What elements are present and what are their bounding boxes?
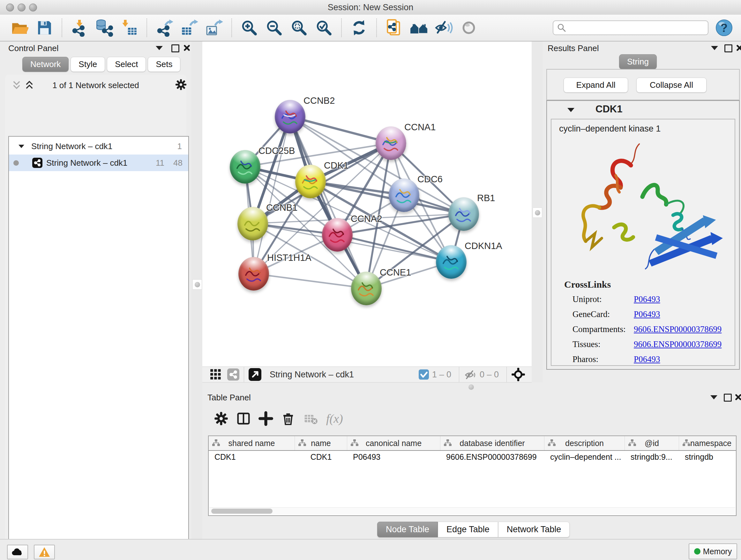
table-settings-gear-icon[interactable]	[212, 410, 230, 427]
tab-string[interactable]: String	[619, 54, 657, 69]
import-database-icon[interactable]	[95, 18, 114, 37]
export-table-icon[interactable]	[180, 18, 199, 37]
column-header-database-identifier[interactable]: database identifier	[441, 436, 544, 450]
network-node-cdc25b[interactable]	[230, 150, 260, 184]
help-icon[interactable]: ?	[716, 19, 733, 37]
crosslink-value-link[interactable]: 9606.ENSP00000378699	[634, 324, 722, 334]
horizontal-splitter-handle[interactable]	[468, 384, 474, 390]
expand-all-icon[interactable]	[24, 80, 35, 90]
network-node-ccnb1[interactable]	[238, 207, 268, 240]
right-splitter-handle[interactable]	[535, 210, 540, 215]
control-panel-close-icon[interactable]	[183, 44, 190, 51]
crosslink-value-link[interactable]: P06493	[634, 294, 660, 304]
delete-column-trash-icon[interactable]	[280, 410, 297, 427]
save-session-icon[interactable]	[35, 18, 54, 37]
column-header-namespace[interactable]: namespace	[679, 436, 737, 450]
add-column-icon[interactable]	[257, 410, 274, 427]
refresh-icon[interactable]	[349, 18, 368, 37]
left-splitter-handle[interactable]	[195, 282, 200, 287]
network-node-hist1h1a[interactable]	[239, 257, 269, 291]
column-header-shared-name[interactable]: shared name	[209, 436, 295, 450]
table-cell[interactable]: stringdb:9...	[625, 450, 679, 463]
table-cell[interactable]: stringdb	[679, 450, 737, 463]
warnings-button[interactable]	[34, 545, 55, 559]
network-share-icon[interactable]	[227, 368, 239, 381]
zoom-selected-icon[interactable]	[314, 18, 333, 37]
selected-checkbox-icon[interactable]	[419, 369, 429, 380]
hidden-eye-icon[interactable]	[464, 368, 476, 381]
results-panel-close-icon[interactable]	[736, 44, 741, 51]
table-cell[interactable]: P06493	[347, 450, 441, 463]
right-splitter[interactable]	[532, 42, 542, 367]
table-cell[interactable]: cyclin–dependent ...	[544, 450, 625, 463]
tab-network-table[interactable]: Network Table	[498, 522, 570, 537]
node-table-row[interactable]: CDK1CDK1P064939606.ENSP00000378699cyclin…	[209, 450, 737, 463]
network-node-rb1[interactable]	[448, 197, 479, 231]
grid-view-icon[interactable]	[210, 369, 221, 380]
table-cell[interactable]: CDK1	[295, 450, 347, 463]
tab-node-table[interactable]: Node Table	[377, 522, 438, 537]
gene-symbol: CDK1	[596, 104, 622, 115]
open-in-window-icon[interactable]	[249, 368, 261, 381]
network-node-ccna2[interactable]	[322, 218, 353, 252]
table-cell[interactable]: 9606.ENSP00000378699	[441, 450, 544, 463]
tab-select[interactable]: Select	[107, 57, 146, 72]
tab-network[interactable]: Network	[22, 57, 69, 72]
network-node-cdk1[interactable]	[295, 165, 326, 198]
gene-collapse-icon[interactable]	[567, 108, 575, 112]
network-collection-row[interactable]: String Network – cdk1 1	[9, 138, 188, 154]
control-panel-menu-icon[interactable]	[156, 46, 163, 50]
zoom-fit-icon[interactable]	[289, 18, 309, 37]
table-cell[interactable]: CDK1	[209, 450, 295, 463]
column-header-name[interactable]: name	[295, 436, 347, 450]
network-row-selected[interactable]: String Network – cdk1 11 48	[9, 154, 188, 171]
collapse-all-button[interactable]: Collapse All	[636, 78, 706, 92]
export-network-icon[interactable]	[155, 18, 174, 37]
eye-orb-icon[interactable]	[459, 18, 478, 37]
network-canvas[interactable]: CCNB2CCNA1CDC25BCDK1CDC6RB1CCNB1CCNA2CDK…	[202, 42, 532, 367]
left-splitter[interactable]	[192, 42, 202, 367]
home-icon[interactable]	[409, 18, 428, 37]
network-options-gear-icon[interactable]	[175, 78, 187, 91]
network-node-ccne1[interactable]	[351, 272, 382, 305]
column-header-description[interactable]: description	[544, 436, 625, 450]
show-columns-icon[interactable]	[235, 410, 252, 427]
crosslink-value-link[interactable]: P06493	[634, 354, 660, 364]
table-panel-title: Table Panel	[207, 393, 251, 402]
network-node-ccnb2[interactable]	[275, 100, 306, 133]
memory-button[interactable]: Memory	[689, 543, 737, 559]
cloud-button[interactable]	[7, 545, 28, 559]
control-panel-float-icon[interactable]	[172, 44, 179, 52]
column-header--id[interactable]: @id	[625, 436, 679, 450]
collapse-all-icon[interactable]	[11, 80, 22, 90]
crosslink-value-link[interactable]: P06493	[634, 309, 660, 319]
tab-style[interactable]: Style	[71, 57, 105, 72]
import-network-icon[interactable]	[70, 18, 89, 37]
tab-sets[interactable]: Sets	[148, 57, 180, 72]
table-panel-close-icon[interactable]	[735, 394, 741, 401]
scrollbar-thumb[interactable]	[211, 509, 273, 514]
tab-edge-table[interactable]: Edge Table	[438, 522, 498, 537]
results-panel-menu-icon[interactable]	[711, 46, 718, 50]
collection-expand-icon[interactable]	[18, 145, 24, 148]
column-header-canonical-name[interactable]: canonical name	[347, 436, 441, 450]
table-panel-float-icon[interactable]	[724, 394, 732, 401]
results-panel-float-icon[interactable]	[724, 44, 732, 52]
crosslink-value-link[interactable]: 9606.ENSP00000378699	[634, 339, 722, 349]
results-panel: Results Panel String Expand All Collapse…	[542, 42, 741, 391]
zoom-out-icon[interactable]	[265, 18, 284, 37]
network-node-ccna1[interactable]	[376, 126, 406, 160]
fit-content-crosshair-icon[interactable]	[511, 368, 525, 381]
export-image-icon[interactable]	[205, 18, 224, 37]
hide-eye-icon[interactable]	[434, 18, 454, 37]
share-document-icon[interactable]	[385, 18, 404, 37]
table-panel-menu-icon[interactable]	[711, 395, 718, 399]
search-input[interactable]	[569, 23, 704, 33]
network-node-cdc6[interactable]	[389, 179, 419, 212]
expand-all-button[interactable]: Expand All	[563, 78, 628, 92]
open-session-icon[interactable]	[10, 18, 29, 37]
import-table-icon[interactable]	[120, 18, 139, 37]
table-horizontal-scrollbar[interactable]	[209, 507, 735, 515]
network-node-cdkn1a[interactable]	[436, 245, 467, 279]
zoom-in-icon[interactable]	[240, 18, 259, 37]
